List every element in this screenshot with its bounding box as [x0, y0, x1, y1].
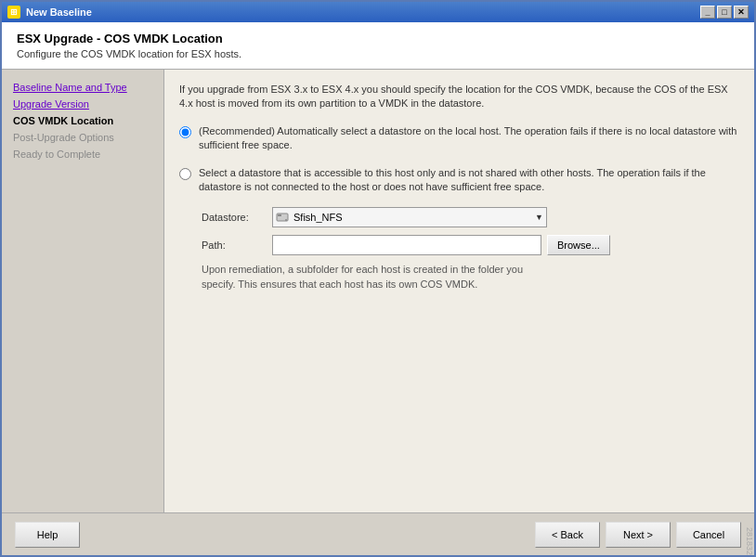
title-bar: ⊞ New Baseline _ □ ✕ [2, 2, 754, 22]
sidebar-item-upgrade-version[interactable]: Upgrade Version [2, 96, 163, 112]
title-bar-left: ⊞ New Baseline [7, 6, 92, 19]
sidebar-item-post-upgrade: Post-Upgrade Options [2, 129, 163, 146]
content-panel: If you upgrade from ESX 3.x to ESX 4.x y… [164, 70, 754, 512]
footer-right: < Back Next > Cancel [535, 522, 741, 548]
path-label: Path: [202, 240, 267, 251]
footer-left: Help [15, 522, 80, 548]
cancel-button[interactable]: Cancel [676, 522, 741, 548]
page-title: ESX Upgrade - COS VMDK Location [17, 32, 739, 45]
path-row: Path: Browse... [202, 235, 739, 255]
help-button[interactable]: Help [15, 522, 80, 548]
radio-group: (Recommended) Automatically select a dat… [179, 124, 739, 195]
minimize-button[interactable]: _ [700, 6, 715, 19]
hint-text: Upon remediation, a subfolder for each h… [179, 263, 532, 291]
radio-auto-select[interactable] [179, 126, 191, 138]
radio-option-2: Select a datastore that is accessible to… [179, 166, 739, 195]
window: ⊞ New Baseline _ □ ✕ ESX Upgrade - COS V… [0, 0, 756, 557]
sidebar-item-ready: Ready to Complete [2, 146, 163, 162]
main-content: Baseline Name and Type Upgrade Version C… [2, 70, 754, 512]
radio-auto-label[interactable]: (Recommended) Automatically select a dat… [199, 124, 739, 153]
info-text: If you upgrade from ESX 3.x to ESX 4.x y… [179, 83, 739, 111]
page-subtitle: Configure the COS VMDK location for ESX … [17, 48, 739, 59]
window-icon: ⊞ [7, 6, 20, 19]
maximize-button[interactable]: □ [717, 6, 732, 19]
radio-manual-select[interactable] [179, 168, 191, 180]
radio-manual-label[interactable]: Select a datastore that is accessible to… [199, 166, 739, 195]
title-controls: _ □ ✕ [700, 6, 749, 19]
datastore-label: Datastore: [202, 212, 267, 223]
radio-option-1: (Recommended) Automatically select a dat… [179, 124, 739, 153]
close-button[interactable]: ✕ [734, 6, 749, 19]
form-section: Datastore: Sfish_NFS ▼ [179, 207, 739, 255]
sidebar: Baseline Name and Type Upgrade Version C… [2, 70, 164, 512]
sidebar-item-baseline-name[interactable]: Baseline Name and Type [2, 79, 163, 96]
path-input[interactable] [272, 235, 541, 255]
browse-button[interactable]: Browse... [547, 235, 610, 255]
sidebar-item-cos-vmdk: COS VMDK Location [2, 112, 163, 129]
next-button[interactable]: Next > [606, 522, 671, 548]
datastore-select-wrapper: Sfish_NFS ▼ [272, 207, 547, 227]
back-button[interactable]: < Back [535, 522, 600, 548]
header-section: ESX Upgrade - COS VMDK Location Configur… [2, 22, 754, 70]
datastore-select[interactable]: Sfish_NFS [272, 207, 547, 227]
footer: Help < Back Next > Cancel [2, 512, 754, 555]
datastore-row: Datastore: Sfish_NFS ▼ [202, 207, 739, 227]
window-title: New Baseline [26, 6, 92, 18]
